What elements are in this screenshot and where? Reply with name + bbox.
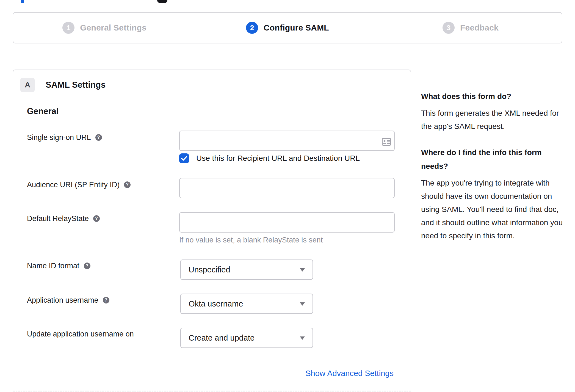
select-value: Unspecified [189, 265, 230, 274]
field-label-text: Name ID format [27, 262, 79, 270]
default-relaystate-input[interactable] [179, 212, 395, 233]
saml-settings-panel: A SAML Settings General Single sign-on U… [13, 70, 411, 392]
configure-saml-screen: 1 General Settings 2 Configure SAML 3 Fe… [0, 0, 575, 392]
cropped-title-fragment [21, 0, 24, 3]
use-for-recipient-destination-checkbox[interactable] [179, 153, 189, 163]
single-sign-on-url-label: Single sign-on URL ? [27, 132, 102, 142]
step-configure-saml[interactable]: 2 Configure SAML [196, 13, 379, 43]
application-username-label: Application username ? [27, 295, 109, 305]
select-value: Create and update [189, 333, 255, 343]
single-sign-on-url-input[interactable] [179, 131, 395, 151]
name-id-format-label: Name ID format ? [27, 261, 90, 271]
step-1-number-badge: 1 [62, 22, 74, 34]
cropped-header-icon-fragment [157, 0, 167, 3]
section-divider [13, 391, 411, 391]
panel-title: SAML Settings [46, 80, 106, 90]
field-label-text: Application username [27, 296, 98, 305]
step-2-label: Configure SAML [264, 23, 329, 32]
checkbox-label: Use this for Recipient URL and Destinati… [196, 153, 360, 164]
help-sidebar: What does this form do? This form genera… [421, 90, 564, 255]
step-3-label: Feedback [460, 23, 499, 32]
help-title-what: What does this form do? [421, 90, 564, 103]
name-id-format-select[interactable]: Unspecified [180, 260, 313, 280]
relaystate-hint: If no value is set, a blank RelayState i… [179, 236, 323, 244]
help-title-where: Where do I find the info this form needs… [421, 146, 564, 173]
help-body-what: This form generates the XML needed for t… [421, 107, 564, 133]
update-application-username-select[interactable]: Create and update [180, 328, 313, 348]
step-general-settings[interactable]: 1 General Settings [13, 13, 196, 43]
help-body-where: The app you're trying to integrate with … [421, 176, 564, 242]
default-relaystate-label: Default RelayState ? [27, 214, 100, 223]
section-a-badge: A [20, 78, 35, 92]
field-label-text: Default RelayState [27, 214, 89, 223]
help-icon[interactable]: ? [103, 297, 109, 303]
step-feedback[interactable]: 3 Feedback [379, 13, 562, 43]
help-icon[interactable]: ? [124, 181, 131, 188]
field-label-text: Audience URI (SP Entity ID) [27, 181, 120, 189]
step-2-number-badge: 2 [246, 22, 258, 34]
application-username-select[interactable]: Okta username [180, 294, 313, 314]
step-3-number-badge: 3 [443, 22, 455, 34]
audience-uri-label: Audience URI (SP Entity ID) ? [27, 180, 131, 190]
select-value: Okta username [189, 299, 243, 308]
update-application-username-label: Update application username on [27, 329, 134, 339]
wizard-stepper: 1 General Settings 2 Configure SAML 3 Fe… [13, 12, 562, 43]
step-1-label: General Settings [80, 23, 146, 32]
help-icon[interactable]: ? [95, 134, 102, 141]
general-group-title: General [27, 106, 59, 116]
field-label-text: Update application username on [27, 330, 134, 338]
audience-uri-input[interactable] [179, 178, 395, 198]
help-icon[interactable]: ? [93, 215, 100, 222]
field-label-text: Single sign-on URL [27, 133, 91, 142]
checkmark-icon [181, 156, 187, 161]
help-icon[interactable]: ? [84, 263, 90, 269]
show-advanced-settings-link[interactable]: Show Advanced Settings [305, 369, 394, 378]
